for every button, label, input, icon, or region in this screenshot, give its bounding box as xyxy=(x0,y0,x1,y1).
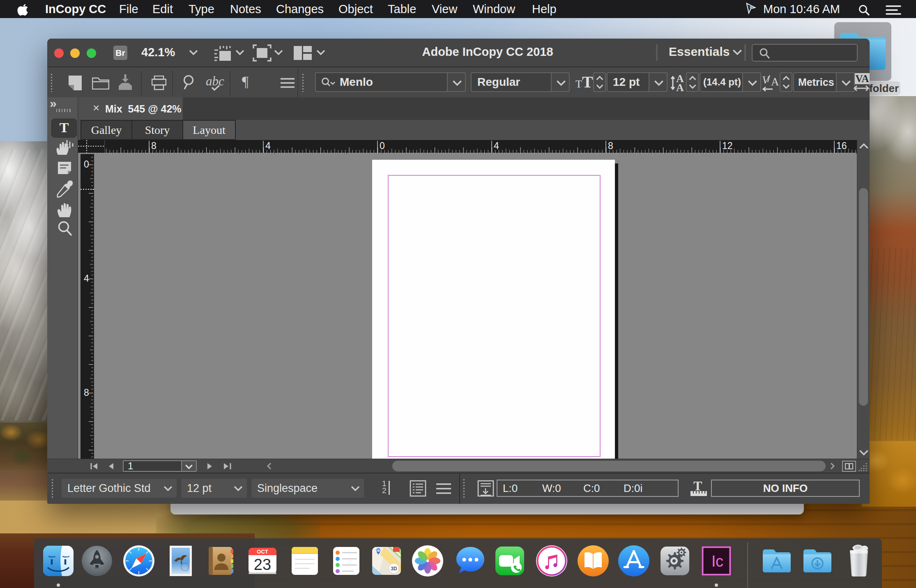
svg-text:I: I xyxy=(711,553,716,570)
svg-text:3D: 3D xyxy=(391,566,397,572)
svg-text:4: 4 xyxy=(265,140,271,151)
svg-text:280: 280 xyxy=(375,549,381,553)
svg-text:c: c xyxy=(716,553,723,570)
svg-text:4: 4 xyxy=(84,273,89,284)
svg-text:A: A xyxy=(676,82,684,92)
svg-text:23: 23 xyxy=(254,556,271,573)
svg-text:0: 0 xyxy=(84,159,89,170)
svg-text:8: 8 xyxy=(84,387,89,398)
svg-text:OCT: OCT xyxy=(257,549,268,555)
svg-text:4: 4 xyxy=(494,140,499,151)
svg-text:16: 16 xyxy=(836,140,847,151)
svg-text:12: 12 xyxy=(722,140,733,151)
svg-text:8: 8 xyxy=(151,140,157,151)
svg-text:8: 8 xyxy=(608,140,613,151)
svg-text:0: 0 xyxy=(380,140,385,151)
